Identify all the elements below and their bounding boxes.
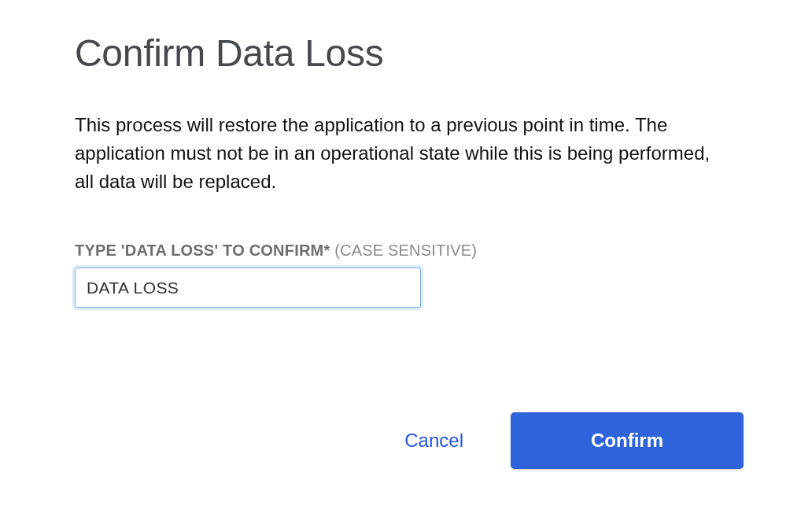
data-loss-confirm-input[interactable] (75, 268, 421, 308)
confirm-data-loss-dialog: Confirm Data Loss This process will rest… (75, 31, 744, 308)
confirm-field-label: TYPE 'DATA LOSS' TO CONFIRM* (CASE SENSI… (75, 242, 744, 260)
cancel-button[interactable]: Cancel (401, 423, 467, 458)
confirm-button[interactable]: Confirm (511, 412, 744, 469)
dialog-title: Confirm Data Loss (75, 31, 744, 75)
confirm-field-label-hint: (CASE SENSITIVE) (334, 242, 477, 259)
confirm-field-label-main: TYPE 'DATA LOSS' TO CONFIRM* (75, 242, 330, 259)
dialog-actions: Cancel Confirm (75, 412, 744, 469)
dialog-body: This process will restore the applicatio… (75, 111, 712, 196)
